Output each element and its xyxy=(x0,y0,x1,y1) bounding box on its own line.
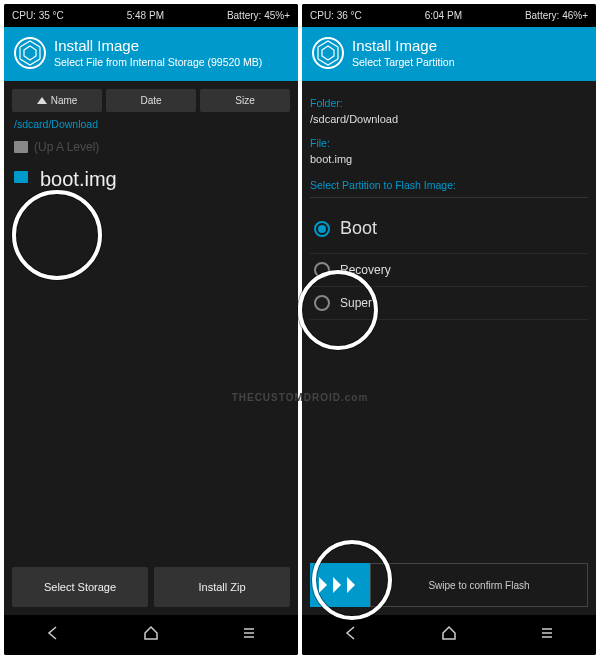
nav-menu-icon[interactable] xyxy=(240,624,258,646)
sort-size-button[interactable]: Size xyxy=(200,89,290,112)
partition-selector: Folder: /sdcard/Download File: boot.img … xyxy=(302,81,596,563)
sort-asc-icon xyxy=(37,97,47,104)
file-icon xyxy=(14,171,28,183)
status-time: 6:04 PM xyxy=(425,10,462,21)
sort-name-label: Name xyxy=(51,95,78,106)
header: Install Image Select File from Internal … xyxy=(4,27,298,81)
swipe-confirm[interactable]: Swipe to confirm Flash xyxy=(302,563,596,615)
current-path: /sdcard/Download xyxy=(12,118,290,130)
nav-home-icon[interactable] xyxy=(142,624,160,646)
radio-icon xyxy=(314,221,330,237)
status-time: 5:48 PM xyxy=(127,10,164,21)
file-label: File: xyxy=(310,137,588,149)
folder-up-row[interactable]: (Up A Level) xyxy=(12,136,290,158)
partition-option-super[interactable]: Super xyxy=(310,287,588,320)
page-title: Install Image xyxy=(54,37,262,54)
page-title: Install Image xyxy=(352,37,455,54)
sort-date-button[interactable]: Date xyxy=(106,89,196,112)
partition-label: Super xyxy=(340,296,372,310)
folder-label: Folder: xyxy=(310,97,588,109)
sort-size-label: Size xyxy=(235,95,254,106)
swipe-track: Swipe to confirm Flash xyxy=(370,563,588,607)
page-subtitle: Select File from Internal Storage (99520… xyxy=(54,56,262,68)
folder-up-label: (Up A Level) xyxy=(34,140,99,154)
partition-option-boot[interactable]: Boot xyxy=(310,204,588,254)
nav-bar xyxy=(4,615,298,655)
install-zip-button[interactable]: Install Zip xyxy=(154,567,290,607)
sort-date-label: Date xyxy=(140,95,161,106)
status-bar: CPU: 36 °C 6:04 PM Battery: 46%+ xyxy=(302,4,596,27)
sort-name-button[interactable]: Name xyxy=(12,89,102,112)
screen-right: CPU: 36 °C 6:04 PM Battery: 46%+ Install… xyxy=(302,4,596,655)
install-zip-label: Install Zip xyxy=(198,581,245,593)
status-battery: Battery: 46%+ xyxy=(525,10,588,21)
header: Install Image Select Target Partition xyxy=(302,27,596,81)
swipe-label: Swipe to confirm Flash xyxy=(428,580,529,591)
status-bar: CPU: 35 °C 5:48 PM Battery: 45%+ xyxy=(4,4,298,27)
select-storage-label: Select Storage xyxy=(44,581,116,593)
nav-back-icon[interactable] xyxy=(44,624,62,646)
page-subtitle: Select Target Partition xyxy=(352,56,455,68)
twrp-logo-icon xyxy=(312,37,344,69)
file-row-boot[interactable]: boot.img xyxy=(12,158,290,195)
status-cpu: CPU: 36 °C xyxy=(310,10,362,21)
status-battery: Battery: 45%+ xyxy=(227,10,290,21)
status-cpu: CPU: 35 °C xyxy=(12,10,64,21)
screen-left: CPU: 35 °C 5:48 PM Battery: 45%+ Install… xyxy=(4,4,298,655)
file-label: boot.img xyxy=(34,162,117,191)
partition-label: Recovery xyxy=(340,263,391,277)
partition-label: Boot xyxy=(340,218,377,239)
folder-icon xyxy=(14,141,28,153)
file-browser: Name Date Size /sdcard/Download (Up A Le… xyxy=(4,81,298,567)
partition-option-recovery[interactable]: Recovery xyxy=(310,254,588,287)
nav-back-icon[interactable] xyxy=(342,624,360,646)
file-value: boot.img xyxy=(310,153,588,165)
twrp-logo-icon xyxy=(14,37,46,69)
swipe-handle-icon[interactable] xyxy=(310,563,370,607)
select-partition-label: Select Partition to Flash Image: xyxy=(310,179,588,191)
nav-menu-icon[interactable] xyxy=(538,624,556,646)
nav-bar xyxy=(302,615,596,655)
radio-icon xyxy=(314,295,330,311)
radio-icon xyxy=(314,262,330,278)
select-storage-button[interactable]: Select Storage xyxy=(12,567,148,607)
folder-value: /sdcard/Download xyxy=(310,113,588,125)
nav-home-icon[interactable] xyxy=(440,624,458,646)
